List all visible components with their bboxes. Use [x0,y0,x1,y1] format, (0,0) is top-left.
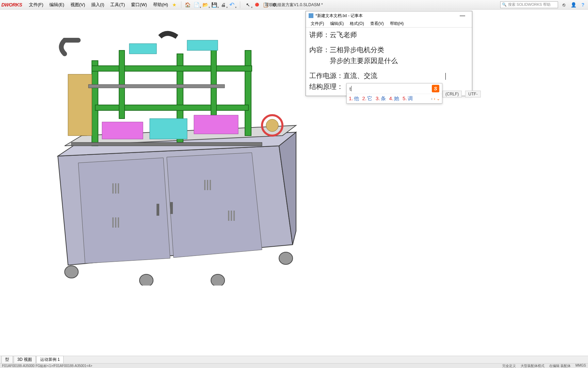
svg-rect-18 [207,180,208,190]
svg-rect-34 [68,74,92,136]
svg-rect-31 [102,122,143,139]
notepad-icon [309,13,313,18]
svg-rect-13 [118,183,119,194]
notepad-title-text: *新建文本文档.txt - 记事本 [315,13,363,19]
ime-cand-2[interactable]: 2.它 [362,95,373,102]
ime-cand-5[interactable]: 5.调 [403,95,413,102]
help-search-input[interactable]: 搜索 SOLIDWORKS 帮助 [500,1,558,8]
encoding-label: UTF- [465,91,480,97]
svg-rect-14 [112,217,114,228]
tab-model[interactable]: 型 [1,356,13,364]
share-icon[interactable]: ⎋ [560,1,568,9]
svg-rect-11 [112,183,114,194]
text-line: 讲师：云飞老师 [309,30,469,40]
3d-viewport[interactable] [0,10,588,358]
ime-cand-1[interactable]: 1.他 [349,95,359,102]
menu-file[interactable]: 文件(F) [26,1,46,9]
ime-prev-icon[interactable]: ‹ [431,96,432,101]
separator [240,1,240,8]
tab-motion[interactable]: 运动算例 1 [36,356,64,364]
notepad-titlebar[interactable]: *新建文本文档.txt - 记事本 — [306,11,472,20]
svg-marker-7 [78,158,170,263]
bottom-tabs: 型 3D 视图 运动算例 1 [0,356,588,363]
svg-rect-22 [233,211,235,221]
ime-expand-icon[interactable]: ⌄ [437,96,440,101]
status-editing: 在编辑 装配体 [549,364,571,368]
svg-rect-15 [115,217,116,228]
star-icon[interactable]: ★ [171,1,178,9]
svg-rect-17 [204,180,206,190]
sogou-icon[interactable]: S [432,85,439,92]
status-bar: F01AF00188-A35000 FG贴标<1>/F01AF00188-A35… [0,363,588,368]
svg-rect-16 [118,217,119,228]
text-line: 工作电源：直流、交流 [309,71,469,81]
search-placeholder: 搜索 SOLIDWORKS 帮助 [508,2,551,7]
menu-items: 文件(F) 编辑(E) 视图(V) 插入(I) 工具(T) 窗口(W) 帮助(H… [26,1,171,9]
help-icon[interactable]: ? [579,1,587,9]
ime-candidates: 1.他 2.它 3.条 4.她 5.调 ‹ › ⌄ [347,94,442,103]
text-line: 异步的主要原因是什么 [309,56,469,66]
menu-view[interactable]: 视图(V) [68,1,88,9]
svg-point-1 [140,274,153,286]
home-icon[interactable]: 🏠 [184,1,192,9]
document-title: 双联机组装方案V1.0.SLDASM * [265,2,323,8]
separator [181,1,181,8]
text-line: 内容：三相异步电机分类 [309,45,469,55]
svg-rect-27 [92,66,252,71]
svg-rect-40 [88,85,225,88]
new-doc-icon[interactable]: 📄 [193,1,200,9]
svg-rect-21 [231,211,232,221]
select-icon[interactable]: ↖ [244,1,252,9]
status-units[interactable]: MMGS [575,364,586,368]
menu-tools[interactable]: 工具(T) [108,1,128,9]
svg-rect-33 [194,115,238,134]
tab-3dview[interactable]: 3D 视图 [14,356,36,364]
np-menu-view[interactable]: 查看(V) [368,20,387,27]
notepad-menu: 文件(F) 编辑(E) 格式(O) 查看(V) 帮助(H) [306,20,472,28]
notepad-status-right: (CRLF) UTF- [442,91,481,97]
ime-nav: ‹ › ⌄ [431,96,440,101]
np-menu-edit[interactable]: 编辑(E) [327,20,346,27]
text-cursor [445,73,446,80]
main-menu-bar: DWORKS 文件(F) 编辑(E) 视图(V) 插入(I) 工具(T) 窗口(… [0,0,588,10]
svg-rect-35 [129,44,157,54]
status-mode: 大型装配体模式 [521,364,544,368]
status-selection: F01AF00188-A35000 FG贴标<1>/F01AF00188-A35… [2,364,92,368]
ime-cand-3[interactable]: 3.条 [376,95,386,102]
svg-point-2 [211,274,225,286]
app-logo: DWORKS [1,2,22,7]
svg-rect-9 [157,204,159,216]
np-menu-format[interactable]: 格式(O) [347,20,366,27]
svg-rect-26 [245,50,251,136]
svg-rect-24 [92,61,98,146]
svg-rect-32 [150,119,187,139]
ime-next-icon[interactable]: › [434,96,435,101]
line-ending-label: (CRLF) [442,91,462,97]
ime-candidate-window: t S 1.他 2.它 3.条 4.她 5.调 ‹ › ⌄ [346,83,442,104]
svg-rect-28 [95,105,248,110]
svg-rect-10 [170,202,173,214]
open-icon[interactable]: 📂 [202,1,209,9]
blank-line [309,41,469,44]
ime-cand-4[interactable]: 4.她 [389,95,399,102]
np-menu-help[interactable]: 帮助(H) [387,20,407,27]
svg-point-38 [266,119,278,132]
svg-point-3 [279,252,293,264]
save-icon[interactable]: 💾 [211,1,218,9]
ime-composition: t [349,86,351,92]
svg-rect-19 [210,180,211,190]
menu-window[interactable]: 窗口(W) [128,1,150,9]
print-icon[interactable]: 🖨 [219,1,227,9]
svg-marker-8 [167,153,262,258]
np-menu-file[interactable]: 文件(F) [308,20,327,27]
undo-icon[interactable]: ↶ [228,1,236,9]
user-icon[interactable]: 👤 [570,1,577,9]
ime-input-row: t S [347,83,442,94]
assembly-model[interactable] [34,27,299,286]
svg-rect-36 [187,40,218,50]
menu-help[interactable]: 帮助(H) [150,1,171,9]
menu-edit[interactable]: 编辑(E) [47,1,67,9]
menu-insert[interactable]: 插入(I) [88,1,107,9]
rebuild-icon[interactable]: 🔴 [253,1,261,9]
minimize-button[interactable]: — [456,13,469,19]
